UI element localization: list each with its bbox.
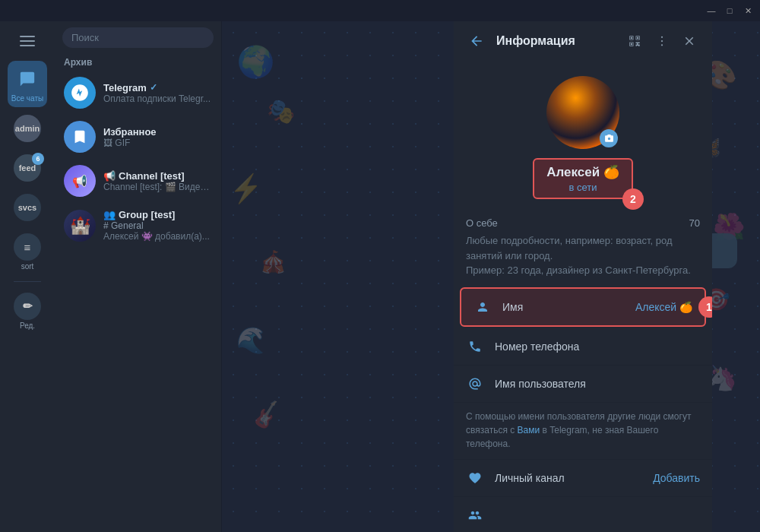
- bio-count: 70: [689, 217, 700, 229]
- name-field-row: Имя Алексей 🍊: [502, 301, 692, 313]
- field-item-name[interactable]: Имя Алексей 🍊: [460, 287, 706, 327]
- svcs-avatar: svcs: [14, 194, 41, 221]
- sidebar-item-sort[interactable]: ≡ sort: [8, 229, 47, 275]
- all-chats-icon: [14, 65, 41, 93]
- name-field-icon: [473, 298, 492, 316]
- svg-point-5: [661, 44, 663, 46]
- back-button[interactable]: [466, 30, 487, 52]
- channel-field-row: Личный канал Добавить: [495, 472, 700, 484]
- name-field-label: Имя: [502, 301, 635, 313]
- info-header: Информация: [454, 21, 712, 61]
- red-label: Ред.: [20, 321, 35, 330]
- bio-placeholder: Любые подробности, например: возраст, ро…: [466, 233, 700, 263]
- sidebar-narrow: Все чаты admin feed 6 svcs ≡ sort: [0, 21, 55, 532]
- profile-name: Алексей 🍊: [546, 164, 619, 180]
- profile-status: в сети: [546, 182, 619, 193]
- telegram-avatar: [64, 77, 96, 109]
- bio-label: О себе: [466, 217, 498, 229]
- name-field-value: Алексей 🍊: [635, 301, 692, 313]
- sidebar-item-admin[interactable]: admin: [8, 110, 47, 147]
- feed-badge: 6: [32, 153, 44, 165]
- bio-label-row: О себе 70: [466, 217, 700, 229]
- background-area: 🌍 🎭 ⚡ 🎪 🌊 🎨 🦋 🌺 🎯 🦄 🎸 🎵 хотели бы написа…: [222, 21, 760, 532]
- sidebar-divider: [14, 281, 41, 282]
- channel-field-label: Личный канал: [495, 472, 653, 484]
- search-input[interactable]: [62, 27, 214, 48]
- sort-label: sort: [21, 262, 34, 271]
- app-container: Все чаты admin feed 6 svcs ≡ sort: [0, 21, 760, 532]
- bio-section: О себе 70 Любые подробности, например: в…: [454, 211, 712, 287]
- all-chats-label: Все чаты: [11, 94, 43, 103]
- badge-2: 2: [622, 188, 644, 210]
- qr-button[interactable]: [624, 30, 645, 52]
- channel-field-icon: [466, 469, 484, 487]
- chat-item-channel[interactable]: 📢 📢 Channel [test] Channel [test]: 🎬 Вид…: [55, 159, 221, 203]
- sidebar-item-red[interactable]: ✏ Ред.: [8, 288, 47, 334]
- sidebar-item-svcs[interactable]: svcs: [8, 189, 47, 226]
- favorites-name: Избранное: [103, 126, 212, 138]
- fields-list: Имя Алексей 🍊 1 Номер телефона: [454, 287, 712, 533]
- telegram-chat-info: Telegram ✓ Оплата подписки Telegr...: [103, 82, 212, 104]
- info-panel-title: Информация: [496, 34, 615, 48]
- name-field-wrapper: Имя Алексей 🍊 1: [457, 287, 709, 327]
- field-item-extra[interactable]: [454, 497, 712, 533]
- svg-rect-0: [20, 36, 35, 37]
- favorites-chat-info: Избранное 🖼 GIF: [103, 126, 212, 148]
- username-hint-text: С помощью имени пользователя другие люди…: [466, 411, 691, 449]
- profile-name-box: Алексей 🍊 в сети: [533, 158, 633, 199]
- archive-label: Архив: [55, 54, 221, 71]
- username-field-label: Имя пользователя: [495, 378, 586, 390]
- channel-chat-info: 📢 Channel [test] Channel [test]: 🎬 Видео…: [103, 170, 212, 192]
- close-button[interactable]: [679, 30, 700, 52]
- search-bar: [55, 21, 221, 54]
- verified-icon: ✓: [150, 82, 157, 93]
- extra-field-icon: [466, 506, 484, 524]
- minimize-button[interactable]: —: [705, 5, 717, 17]
- chat-item-group[interactable]: 🏰 👥 Group [test] # General Алексей 👾 доб…: [55, 203, 221, 248]
- feed-avatar: feed 6: [14, 154, 41, 182]
- group-name: 👥 Group [test]: [103, 209, 212, 220]
- channel-name: 📢 Channel [test]: [103, 170, 212, 182]
- group-subpreview: # General: [103, 220, 212, 231]
- channel-avatar: 📢: [64, 165, 96, 197]
- sort-avatar: ≡: [14, 233, 41, 261]
- group-preview: Алексей 👾 добавил(а)...: [103, 231, 212, 242]
- field-item-channel[interactable]: Личный канал Добавить: [454, 460, 712, 497]
- header-actions: [624, 30, 700, 52]
- maximize-button[interactable]: □: [724, 5, 736, 17]
- svg-point-4: [661, 40, 663, 42]
- info-panel: Информация: [454, 21, 712, 532]
- chat-item-telegram[interactable]: Telegram ✓ Оплата подписки Telegr...: [55, 71, 221, 115]
- more-button[interactable]: [651, 30, 673, 52]
- close-button[interactable]: ✕: [742, 5, 754, 17]
- field-item-username[interactable]: Имя пользователя: [454, 366, 712, 403]
- svcs-letter: svcs: [18, 203, 36, 212]
- profile-avatar-container: [546, 76, 619, 149]
- channel-preview: Channel [test]: 🎬 Видео...: [103, 182, 212, 192]
- sidebar-item-feed[interactable]: feed 6: [8, 150, 47, 186]
- red-avatar: ✏: [14, 293, 41, 320]
- camera-badge[interactable]: [600, 129, 618, 147]
- telegram-name: Telegram ✓: [103, 82, 212, 93]
- favorites-preview: 🖼 GIF: [103, 138, 212, 148]
- chat-list-panel: Архив Telegram ✓ Оплата подписки Telegr.…: [55, 21, 222, 532]
- phone-field-label: Номер телефона: [495, 340, 579, 353]
- svg-point-3: [661, 36, 663, 38]
- sidebar-menu-button[interactable]: [14, 27, 41, 55]
- bio-example: Пример: 23 года, дизайнер из Санкт-Петер…: [466, 263, 700, 278]
- sort-letter: ≡: [24, 241, 31, 254]
- svg-rect-2: [20, 45, 35, 46]
- field-item-phone[interactable]: Номер телефона: [454, 328, 712, 366]
- feed-letter: feed: [19, 163, 36, 173]
- username-field-icon: [466, 375, 484, 393]
- admin-avatar: admin: [14, 115, 41, 142]
- profile-section: Алексей 🍊 в сети 2: [454, 61, 712, 211]
- favorites-avatar: [64, 121, 96, 153]
- phone-field-icon: [466, 337, 484, 356]
- chat-item-favorites[interactable]: Избранное 🖼 GIF: [55, 115, 221, 159]
- sidebar-item-all-chats[interactable]: Все чаты: [8, 61, 47, 107]
- telegram-preview: Оплата подписки Telegr...: [103, 93, 212, 104]
- group-chat-info: 👥 Group [test] # General Алексей 👾 добав…: [103, 209, 212, 242]
- admin-letter: admin: [15, 124, 40, 133]
- channel-field-value: Добавить: [653, 472, 700, 484]
